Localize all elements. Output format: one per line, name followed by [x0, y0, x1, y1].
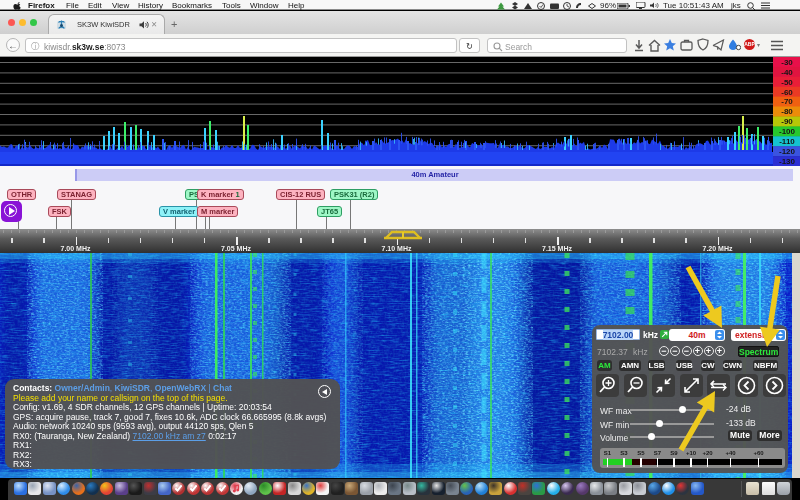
svg-text:-80: -80 [781, 107, 793, 116]
svg-text:-30: -30 [781, 58, 793, 67]
svg-text:-70: -70 [781, 97, 793, 106]
svg-text:-100: -100 [779, 127, 796, 136]
svg-text:-50: -50 [781, 78, 793, 87]
svg-text:-120: -120 [779, 147, 796, 156]
svg-text:-90: -90 [781, 117, 793, 126]
svg-text:-60: -60 [781, 88, 793, 97]
svg-text:-110: -110 [779, 137, 795, 146]
svg-text:-130: -130 [779, 157, 796, 166]
svg-text:-40: -40 [781, 68, 793, 77]
